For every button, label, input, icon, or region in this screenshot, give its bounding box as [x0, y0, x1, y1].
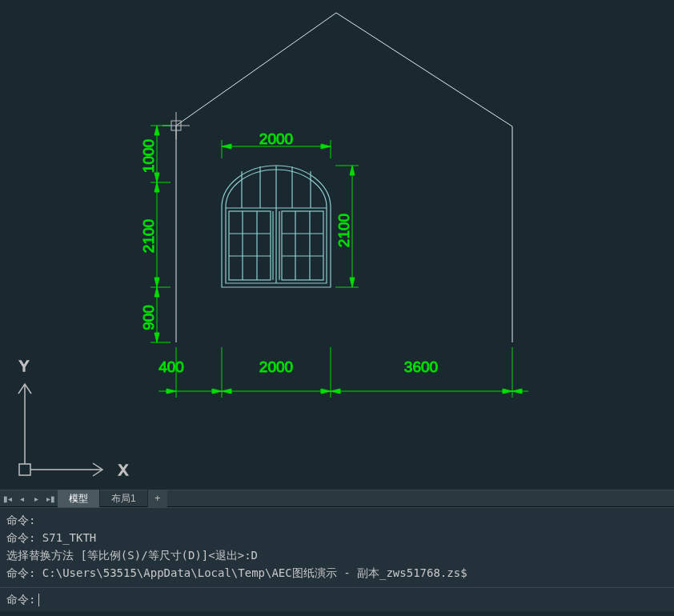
svg-marker-57: [331, 389, 340, 394]
svg-text:400: 400: [158, 358, 184, 375]
svg-text:3600: 3600: [404, 358, 438, 375]
svg-rect-12: [229, 211, 271, 280]
tab-layout1[interactable]: 布局1: [100, 490, 148, 507]
tab-nav-prev[interactable]: ◂: [14, 490, 29, 507]
svg-marker-44: [154, 333, 159, 342]
svg-marker-41: [154, 182, 159, 192]
ucs-icon: X Y: [18, 358, 128, 478]
tab-nav-first[interactable]: ▮◂: [0, 490, 14, 507]
dim-bottom: 400 2000 3600: [158, 347, 528, 398]
svg-marker-58: [503, 389, 512, 394]
svg-marker-32: [350, 278, 355, 287]
svg-text:Y: Y: [19, 358, 29, 374]
layout-tabs: ▮◂ ◂ ▸ ▸▮ 模型 布局1 +: [0, 490, 674, 507]
svg-text:2100: 2100: [335, 214, 352, 247]
cmd-line: 命令:: [6, 514, 35, 526]
cmd-line: 命令: S71_TKTH: [6, 531, 96, 544]
svg-text:2100: 2100: [140, 219, 157, 253]
svg-text:2000: 2000: [259, 130, 293, 147]
cmd-line: 命令: C:\Users\53515\AppData\Local\Temp\AE…: [6, 566, 467, 579]
svg-marker-43: [154, 287, 159, 297]
svg-rect-63: [19, 464, 30, 475]
command-input[interactable]: 命令:: [0, 587, 674, 611]
dim-left-stack: 1000 2100 900: [140, 126, 171, 342]
svg-marker-25: [222, 144, 231, 149]
tab-add[interactable]: +: [148, 490, 167, 507]
svg-marker-26: [321, 144, 331, 149]
svg-marker-59: [512, 389, 522, 394]
svg-text:X: X: [118, 462, 128, 478]
tab-nav-next[interactable]: ▸: [29, 490, 43, 507]
house-drawing: [176, 13, 512, 342]
svg-marker-55: [222, 389, 231, 394]
tab-nav-last[interactable]: ▸▮: [43, 490, 58, 507]
tab-model[interactable]: 模型: [58, 490, 100, 507]
svg-text:900: 900: [140, 305, 157, 330]
command-history: 命令: 命令: S71_TKTH 选择替换方法 [等比例(S)/等尺寸(D)]<…: [0, 507, 674, 587]
command-prompt-label: 命令:: [6, 593, 35, 607]
caret-icon: [38, 594, 39, 606]
svg-text:1000: 1000: [140, 139, 157, 173]
svg-marker-53: [166, 389, 176, 394]
svg-marker-42: [154, 278, 159, 287]
cmd-line: 选择替换方法 [等比例(S)/等尺寸(D)]<退出>:D: [6, 549, 258, 562]
svg-text:2000: 2000: [259, 358, 293, 375]
svg-marker-40: [154, 173, 159, 182]
svg-marker-54: [212, 389, 222, 394]
svg-marker-39: [154, 126, 159, 135]
svg-rect-17: [282, 211, 323, 280]
svg-marker-31: [350, 166, 355, 175]
dim-window-width: 2000: [222, 130, 331, 158]
drawing-viewport[interactable]: 2000 2100: [0, 0, 674, 490]
dim-window-height: 2100: [335, 166, 359, 287]
window-block: [222, 166, 331, 287]
svg-marker-56: [321, 389, 331, 394]
